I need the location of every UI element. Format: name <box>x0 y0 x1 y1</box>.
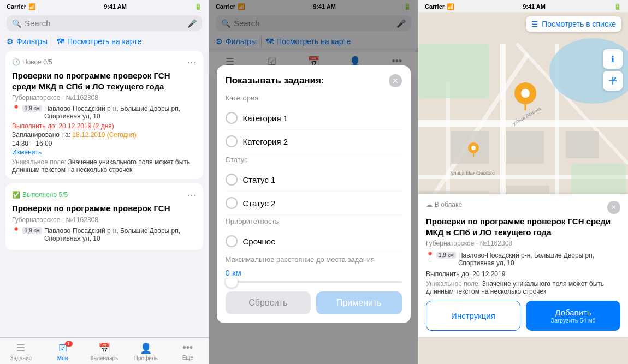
distance-value: 0 км <box>226 268 402 277</box>
category-1-label: Категория 1 <box>243 114 288 123</box>
info-button[interactable]: ℹ <box>603 49 623 69</box>
status-2-radio[interactable] <box>226 197 238 209</box>
task-card-1[interactable]: ✅ Выполнено 5/5 ⋯ Проверки по программе … <box>5 183 203 250</box>
carrier-1: Carrier 📶 <box>7 3 36 10</box>
location-text-1: Павлово-Посадский р-н, Большие Дворы рп,… <box>44 227 197 242</box>
task-status-1: ✅ Выполнено 5/5 <box>12 191 68 199</box>
distance-badge-0: 1,9 км <box>22 105 42 112</box>
location-button[interactable] <box>603 71 623 91</box>
tab-more-icon-1: ••• <box>182 342 193 354</box>
add-button[interactable]: Добавить Загрузить 54 мб <box>526 301 620 331</box>
category-1-radio[interactable] <box>226 112 238 124</box>
search-input-1[interactable] <box>25 19 184 28</box>
filter-icon-1: ⚙ <box>7 37 14 46</box>
map-bottom-card: ☁ В облаке ✕ Проверки по программе прове… <box>418 194 628 337</box>
status-1-option[interactable]: Статус 1 <box>226 168 402 192</box>
add-btn-label: Добавить <box>555 308 591 317</box>
map-top-bar: Carrier 📶 9:41 AM 🔋 ☰ Посмотреть в списк… <box>418 0 628 36</box>
location-icon-0: 📍 <box>12 105 20 112</box>
tab-mine-1[interactable]: ☑ 1 Мои <box>42 340 83 363</box>
task-more-1[interactable]: ⋯ <box>187 189 197 201</box>
list-view-button[interactable]: ☰ Посмотреть в списке <box>526 16 621 32</box>
panel-3: улица Ленина улица Маяковского Carrier <box>418 0 628 364</box>
map-card-close[interactable]: ✕ <box>607 201 620 214</box>
task-list-1: 🕐 Новое 0/5 ⋯ Проверки по программе пров… <box>0 51 209 337</box>
task-scheduled-0: Запланировано на: 18.12.2019 (Сегодня) <box>12 131 197 139</box>
task-card-header-0: 🕐 Новое 0/5 ⋯ <box>12 56 197 68</box>
map-pin-small[interactable] <box>467 142 479 159</box>
panel-2: Carrier 📶 9:41 AM 🔋 🔍 🎤 ⚙ Фильтры 🗺 Посм… <box>209 0 418 364</box>
search-icon-1: 🔍 <box>12 19 21 28</box>
map-carrier: Carrier 📶 <box>425 3 454 10</box>
status-1-label: Статус 1 <box>243 175 276 184</box>
map-card-unique: Уникальное поле: Значение уникального по… <box>426 280 620 295</box>
distance-label: Максимальное расстояние до места задания <box>226 255 402 264</box>
priority-label: Приоритетность <box>226 217 402 225</box>
tab-calendar-1[interactable]: 📅 Календарь <box>84 340 125 363</box>
tab-mine-label-1: Мои <box>57 355 68 361</box>
battery-1: 🔋 <box>194 3 202 10</box>
map-pin-selected[interactable] <box>514 82 537 112</box>
map-header: ☰ Посмотреть в списке <box>418 12 628 36</box>
apply-button[interactable]: Применить <box>316 291 402 314</box>
category-2-label: Категория 2 <box>243 137 288 146</box>
modal-close-button[interactable]: ✕ <box>389 74 402 87</box>
task-status-0: 🕐 Новое 0/5 <box>12 58 52 66</box>
status-2-option[interactable]: Статус 2 <box>226 192 402 215</box>
wifi-icon-1: 📶 <box>28 3 36 10</box>
modal-title: Показывать задания: <box>226 75 324 86</box>
task-more-0[interactable]: ⋯ <box>187 56 197 68</box>
tab-profile-1[interactable]: 👤 Профиль <box>125 340 167 363</box>
filters-button-1[interactable]: ⚙ Фильтры <box>7 37 48 46</box>
map-status-bar: Carrier 📶 9:41 AM 🔋 <box>418 0 628 12</box>
map-carrier-text: Carrier <box>425 3 445 10</box>
map-card-sub: Губернаторское · №1162308 <box>426 240 620 247</box>
svg-point-18 <box>521 89 530 98</box>
time-1: 9:41 AM <box>104 3 127 10</box>
map-view-button-1[interactable]: 🗺 Посмотреть на карте <box>57 37 141 46</box>
svg-point-20 <box>471 146 476 150</box>
status-bar-1: Carrier 📶 9:41 AM 🔋 <box>0 0 209 12</box>
task-location-1: 📍 1,9 км Павлово-Посадский р-н, Большие … <box>12 227 197 242</box>
category-2-option[interactable]: Категория 2 <box>226 130 402 153</box>
filters-label-1: Фильтры <box>16 37 48 46</box>
status-icon-1: ✅ <box>12 191 20 199</box>
map-card-buttons: Инструкция Добавить Загрузить 54 мб <box>426 301 620 331</box>
task-location-0: 📍 1,9 км Павлово-Посадский р-н, Большие … <box>12 105 197 120</box>
map-loc-text: Павлово-Посадский р-н, Большие Дворы рп,… <box>458 252 620 267</box>
tab-tasks-1[interactable]: ☰ Задания <box>0 340 42 363</box>
tab-more-label-1: Еще <box>182 355 193 361</box>
change-link-0[interactable]: Изменить <box>12 148 197 156</box>
tab-tasks-label-1: Задания <box>10 355 32 361</box>
map-card-header: ☁ В облаке ✕ <box>426 201 620 214</box>
reset-button[interactable]: Сбросить <box>226 291 311 314</box>
tab-bar-1: ☰ Задания ☑ 1 Мои 📅 Календарь 👤 Профиль … <box>0 337 209 364</box>
urgent-radio[interactable] <box>226 235 238 247</box>
status-text-0: Новое 0/5 <box>22 58 52 66</box>
category-2-radio[interactable] <box>226 135 238 147</box>
modal-header: Показывать задания: ✕ <box>226 74 402 87</box>
task-subtitle-0: Губернаторское · №1162308 <box>12 94 197 102</box>
distance-slider[interactable] <box>226 281 402 283</box>
list-label: Посмотреть в списке <box>542 20 616 28</box>
tab-mine-badge-1: 1 <box>65 341 73 347</box>
map-distance-badge: 1,9 км <box>436 252 456 259</box>
tab-more-1[interactable]: ••• Еще <box>167 340 209 363</box>
instruction-button[interactable]: Инструкция <box>426 301 520 331</box>
status-1-radio[interactable] <box>226 174 238 186</box>
search-wrap-1[interactable]: 🔍 🎤 <box>7 15 202 31</box>
task-card-0[interactable]: 🕐 Новое 0/5 ⋯ Проверки по программе пров… <box>5 51 203 179</box>
cloud-text: В облаке <box>435 201 462 208</box>
tab-profile-label-1: Профиль <box>134 355 158 361</box>
location-icon-1: 📍 <box>12 227 20 235</box>
battery-icon-1: 🔋 <box>194 3 202 10</box>
mic-icon-1[interactable]: 🎤 <box>187 19 197 28</box>
slider-thumb[interactable] <box>226 276 238 288</box>
scheduled-date-link-0[interactable]: 18.12.2019 (Сегодня) <box>72 131 136 139</box>
cloud-status: ☁ В облаке <box>426 201 462 208</box>
category-1-option[interactable]: Категория 1 <box>226 106 402 130</box>
task-subtitle-1: Губернаторское · №1162308 <box>12 216 197 224</box>
modal-overlay[interactable]: Показывать задания: ✕ Категория Категори… <box>209 0 418 364</box>
urgent-option[interactable]: Срочное <box>226 230 402 253</box>
search-bar-1: 🔍 🎤 <box>0 12 209 34</box>
